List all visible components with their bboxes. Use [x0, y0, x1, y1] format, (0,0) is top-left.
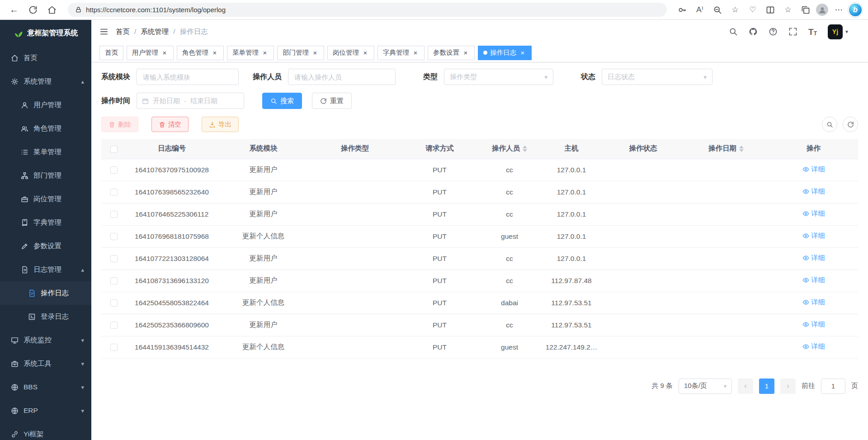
start-date-placeholder: 开始日期 [153, 97, 180, 105]
sidebar-item-login-log[interactable]: 登录日志 [0, 305, 91, 328]
bing-discover-icon[interactable]: b [849, 4, 862, 16]
next-page-button[interactable]: › [780, 378, 796, 394]
browser-home-button[interactable] [44, 3, 60, 17]
user-avatar-menu[interactable]: Yj ▾ [828, 24, 848, 39]
clear-button[interactable]: 清空 [151, 117, 189, 132]
tab-role-mgmt[interactable]: 角色管理× [177, 46, 224, 60]
breadcrumb-system-mgmt[interactable]: 系统管理 [141, 27, 169, 37]
sidebar-item-system-monitor[interactable]: 系统监控▾ [0, 328, 91, 352]
goto-page-input[interactable] [821, 378, 845, 394]
tab-user-mgmt[interactable]: 用户管理× [127, 46, 174, 60]
date-range-picker[interactable]: 开始日期 - 结束日期 [137, 93, 244, 109]
detail-link[interactable]: 详细 [802, 187, 825, 196]
export-button[interactable]: 导出 [202, 117, 239, 132]
sidebar-item-dict-mgmt[interactable]: 字典管理 [0, 211, 91, 234]
tab-menu-mgmt[interactable]: 菜单管理× [227, 46, 274, 60]
system-module-input[interactable] [137, 69, 239, 85]
sidebar-item-menu-mgmt[interactable]: 菜单管理 [0, 140, 91, 164]
sidebar-item-user-mgmt[interactable]: 用户管理 [0, 93, 91, 117]
col-operator[interactable]: 操作人员 [479, 139, 540, 159]
close-icon[interactable]: × [161, 49, 168, 57]
sidebar-item-erp[interactable]: ERP▾ [0, 399, 91, 422]
close-icon[interactable]: × [362, 49, 369, 57]
col-operation-date[interactable]: 操作日期 [683, 139, 769, 159]
tab-param-settings[interactable]: 参数设置× [428, 46, 475, 60]
row-checkbox[interactable] [110, 277, 118, 284]
collections-icon[interactable] [798, 3, 813, 17]
search-button[interactable]: 搜索 [262, 93, 302, 109]
tab-dept-mgmt[interactable]: 部门管理× [277, 46, 324, 60]
close-icon[interactable]: × [519, 49, 526, 57]
detail-link[interactable]: 详细 [802, 209, 825, 218]
detail-link[interactable]: 详细 [802, 254, 825, 262]
breadcrumb-home[interactable]: 首页 [116, 27, 130, 37]
back-button[interactable]: ← [6, 3, 22, 17]
operator-input[interactable] [288, 69, 396, 85]
row-checkbox[interactable] [110, 255, 118, 262]
reload-button[interactable] [25, 3, 41, 17]
tab-post-mgmt[interactable]: 岗位管理× [327, 46, 374, 60]
browser-settings-icon[interactable]: ⋯ [831, 3, 846, 17]
hamburger-icon[interactable] [99, 27, 108, 36]
close-icon[interactable]: × [462, 49, 469, 57]
sidebar-item-post-mgmt[interactable]: 岗位管理 [0, 187, 91, 211]
tab-home[interactable]: 首页 [99, 46, 123, 60]
current-page-button[interactable]: 1 [759, 378, 774, 394]
password-key-icon[interactable] [675, 3, 689, 17]
sidebar-item-home[interactable]: 首页 [0, 46, 91, 70]
fullscreen-icon[interactable] [788, 27, 797, 36]
cell-date [683, 159, 769, 181]
favorites-bar-icon[interactable]: ☆ [781, 3, 795, 17]
zoom-out-icon[interactable] [710, 3, 725, 17]
page-size-select[interactable]: 10条/页 ▾ [679, 378, 732, 394]
search-icon[interactable] [729, 27, 738, 36]
row-checkbox[interactable] [110, 322, 118, 329]
sidebar-item-log-mgmt[interactable]: 日志管理▴ [0, 258, 91, 281]
detail-link[interactable]: 详细 [802, 342, 825, 351]
split-screen-icon[interactable] [763, 3, 778, 17]
github-icon[interactable] [749, 27, 758, 36]
detail-link[interactable]: 详细 [802, 165, 825, 174]
font-size-icon[interactable]: TT [808, 28, 817, 36]
row-checkbox[interactable] [110, 189, 118, 196]
tab-operation-log[interactable]: 操作日志× [478, 46, 532, 60]
sidebar-item-system-mgmt[interactable]: 系统管理▴ [0, 70, 91, 93]
detail-link[interactable]: 详细 [802, 320, 825, 329]
delete-button[interactable]: 删除 [101, 117, 138, 132]
browser-profile-avatar[interactable] [816, 4, 828, 16]
close-icon[interactable]: × [412, 49, 419, 57]
close-icon[interactable]: × [311, 49, 319, 57]
operation-type-select[interactable]: 操作类型 ▾ [444, 69, 553, 85]
tab-dict-mgmt[interactable]: 字典管理× [377, 46, 425, 60]
refresh-table-button[interactable] [843, 117, 858, 132]
sort-icon[interactable] [523, 146, 527, 152]
add-favorite-icon[interactable]: ☆ [728, 3, 742, 17]
reset-button[interactable]: 重置 [312, 93, 352, 109]
sidebar-item-yi-framework[interactable]: Yi框架 [0, 422, 91, 440]
read-aloud-icon[interactable]: A⁾ [693, 3, 707, 17]
sidebar-item-system-tools[interactable]: 系统工具▾ [0, 352, 91, 375]
close-icon[interactable]: × [261, 49, 269, 57]
row-checkbox[interactable] [110, 166, 118, 174]
log-status-select[interactable]: 日志状态 ▾ [602, 69, 712, 85]
sidebar-item-role-mgmt[interactable]: 角色管理 [0, 117, 91, 140]
address-bar[interactable]: https://ccnetcore.com:1101/system/log/op… [68, 3, 667, 17]
select-all-checkbox[interactable] [110, 146, 118, 153]
detail-link[interactable]: 详细 [802, 276, 825, 284]
sort-icon[interactable] [739, 146, 744, 152]
sidebar-item-param-settings[interactable]: 参数设置 [0, 234, 91, 258]
prev-page-button[interactable]: ‹ [738, 378, 753, 394]
row-checkbox[interactable] [110, 211, 118, 218]
detail-link[interactable]: 详细 [802, 232, 825, 240]
row-checkbox[interactable] [110, 233, 118, 240]
sidebar-item-bbs[interactable]: BBS▾ [0, 375, 91, 399]
help-icon[interactable] [769, 27, 778, 36]
close-icon[interactable]: × [211, 49, 218, 57]
sidebar-item-operation-log[interactable]: 操作日志 [0, 281, 91, 305]
row-checkbox[interactable] [110, 344, 118, 351]
sidebar-item-dept-mgmt[interactable]: 部门管理 [0, 164, 91, 187]
browser-essentials-icon[interactable]: ♡ [745, 3, 760, 17]
detail-link[interactable]: 详细 [802, 298, 825, 307]
toggle-search-button[interactable] [822, 117, 837, 132]
row-checkbox[interactable] [110, 299, 118, 307]
